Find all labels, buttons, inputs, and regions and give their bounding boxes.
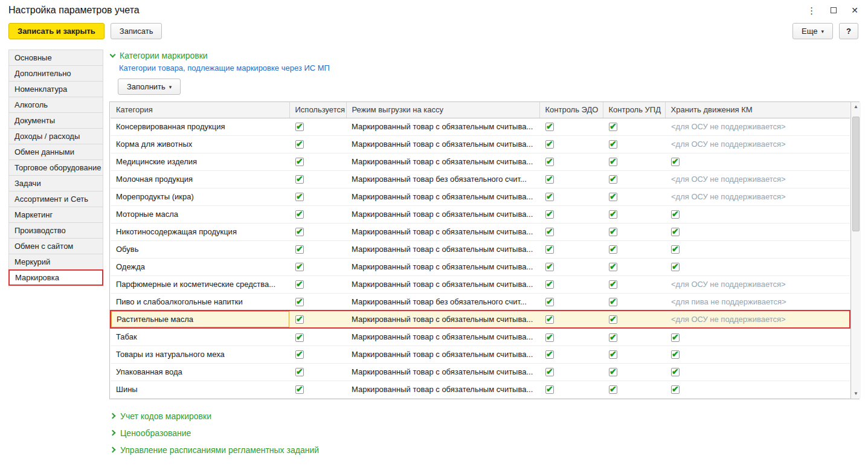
category-cell[interactable]: Медицинские изделия — [111, 153, 289, 170]
edo-cell[interactable] — [539, 381, 603, 398]
upd-checkbox[interactable] — [609, 263, 617, 271]
upd-cell[interactable] — [603, 258, 665, 275]
category-cell[interactable]: Одежда — [111, 258, 289, 275]
category-cell[interactable]: Обувь — [111, 240, 289, 258]
km-checkbox[interactable] — [671, 245, 680, 254]
column-header[interactable]: Хранить движения КМ — [665, 102, 850, 118]
used-checkbox[interactable] — [295, 298, 304, 306]
edo-checkbox[interactable] — [545, 123, 554, 131]
used-cell[interactable] — [289, 118, 346, 135]
edo-cell[interactable] — [539, 223, 603, 240]
mode-cell[interactable]: Маркированный товар с обязательным считы… — [346, 363, 539, 381]
used-cell[interactable] — [289, 275, 346, 293]
scrollbar-thumb[interactable] — [852, 117, 860, 231]
upd-checkbox[interactable] — [609, 298, 617, 306]
table-row[interactable]: ШиныМаркированный товар с обязательным с… — [111, 381, 850, 398]
edo-cell[interactable] — [539, 310, 603, 328]
km-cell[interactable] — [665, 363, 850, 381]
edo-cell[interactable] — [539, 363, 603, 381]
edo-checkbox[interactable] — [545, 263, 554, 271]
used-cell[interactable] — [289, 188, 346, 205]
table-row[interactable]: Медицинские изделияМаркированный товар с… — [111, 153, 850, 170]
used-cell[interactable] — [289, 205, 346, 223]
used-cell[interactable] — [289, 310, 346, 328]
upd-checkbox[interactable] — [609, 210, 617, 219]
sidebar-item[interactable]: Производство — [8, 222, 103, 239]
upd-checkbox[interactable] — [609, 368, 617, 376]
edo-checkbox[interactable] — [545, 368, 554, 376]
edo-checkbox[interactable] — [545, 298, 554, 306]
edo-cell[interactable] — [539, 188, 603, 205]
km-checkbox[interactable] — [671, 228, 680, 236]
upd-cell[interactable] — [603, 310, 665, 328]
sidebar-item[interactable]: Дополнительно — [8, 65, 103, 82]
mode-cell[interactable]: Маркированный товар с обязательным считы… — [346, 310, 539, 328]
category-cell[interactable]: Табак — [111, 328, 289, 346]
column-header[interactable]: Используется — [289, 102, 346, 118]
edo-checkbox[interactable] — [545, 158, 554, 166]
edo-cell[interactable] — [539, 240, 603, 258]
category-cell[interactable]: Товары из натурального меха — [111, 346, 289, 363]
used-cell[interactable] — [289, 381, 346, 398]
table-row[interactable]: Консервированная продукцияМаркированный … — [111, 118, 850, 135]
edo-checkbox[interactable] — [545, 175, 554, 184]
fill-button[interactable]: Заполнить▾ — [118, 79, 181, 95]
used-checkbox[interactable] — [295, 280, 304, 289]
table-row[interactable]: Морепродукты (икра)Маркированный товар с… — [111, 188, 850, 205]
edo-cell[interactable] — [539, 118, 603, 135]
category-cell[interactable]: Молочная продукция — [111, 170, 289, 188]
save-and-close-button[interactable]: Записать и закрыть — [8, 23, 104, 39]
column-header[interactable]: Режим выгрузки на кассу — [346, 102, 539, 118]
mode-cell[interactable]: Маркированный товар с обязательным считы… — [346, 346, 539, 363]
upd-cell[interactable] — [603, 223, 665, 240]
mode-cell[interactable]: Маркированный товар с обязательным считы… — [346, 328, 539, 346]
edo-cell[interactable] — [539, 153, 603, 170]
used-cell[interactable] — [289, 328, 346, 346]
used-checkbox[interactable] — [295, 175, 304, 184]
mode-cell[interactable]: Маркированный товар с обязательным считы… — [346, 223, 539, 240]
mode-cell[interactable]: Маркированный товар с обязательным считы… — [346, 275, 539, 293]
mode-cell[interactable]: Маркированный товар с обязательным считы… — [346, 240, 539, 258]
table-row[interactable]: Товары из натурального мехаМаркированный… — [111, 346, 850, 363]
km-checkbox[interactable] — [671, 350, 680, 359]
used-cell[interactable] — [289, 240, 346, 258]
edo-cell[interactable] — [539, 328, 603, 346]
upd-cell[interactable] — [603, 153, 665, 170]
sidebar-item[interactable]: Обмен с сайтом — [8, 238, 103, 254]
upd-checkbox[interactable] — [609, 385, 617, 394]
upd-cell[interactable] — [603, 205, 665, 223]
upd-cell[interactable] — [603, 363, 665, 381]
scroll-down-icon[interactable]: ▼ — [851, 389, 861, 399]
sidebar-item[interactable]: Обмен данными — [8, 144, 103, 160]
used-checkbox[interactable] — [295, 140, 304, 149]
used-checkbox[interactable] — [295, 263, 304, 271]
upd-checkbox[interactable] — [609, 280, 617, 289]
close-icon[interactable]: ✕ — [851, 6, 858, 14]
sidebar-item[interactable]: Маркетинг — [8, 207, 103, 223]
edo-cell[interactable] — [539, 293, 603, 310]
sidebar-item[interactable]: Маркировка — [8, 269, 103, 286]
mode-cell[interactable]: Маркированный товар с обязательным считы… — [346, 135, 539, 153]
upd-checkbox[interactable] — [609, 123, 617, 131]
used-checkbox[interactable] — [295, 350, 304, 359]
help-button[interactable]: ? — [839, 23, 858, 39]
sidebar-item[interactable]: Задачи — [8, 175, 103, 191]
upd-cell[interactable] — [603, 240, 665, 258]
mode-cell[interactable]: Маркированный товар без обязательного сч… — [346, 170, 539, 188]
km-cell[interactable] — [665, 223, 850, 240]
edo-checkbox[interactable] — [545, 140, 554, 149]
used-checkbox[interactable] — [295, 210, 304, 219]
category-cell[interactable]: Морепродукты (икра) — [111, 188, 289, 205]
mode-cell[interactable]: Маркированный товар с обязательным считы… — [346, 118, 539, 135]
km-checkbox[interactable] — [671, 158, 680, 166]
mode-cell[interactable]: Маркированный товар без обязательного сч… — [346, 293, 539, 310]
category-cell[interactable]: Моторные масла — [111, 205, 289, 223]
used-cell[interactable] — [289, 153, 346, 170]
upd-checkbox[interactable] — [609, 228, 617, 236]
used-cell[interactable] — [289, 258, 346, 275]
section-header-collapsed[interactable]: Учет кодов маркировки — [111, 408, 858, 425]
km-cell[interactable] — [665, 205, 850, 223]
edo-cell[interactable] — [539, 170, 603, 188]
used-checkbox[interactable] — [295, 193, 304, 201]
category-cell[interactable]: Парфюмерные и косметические средства... — [111, 275, 289, 293]
